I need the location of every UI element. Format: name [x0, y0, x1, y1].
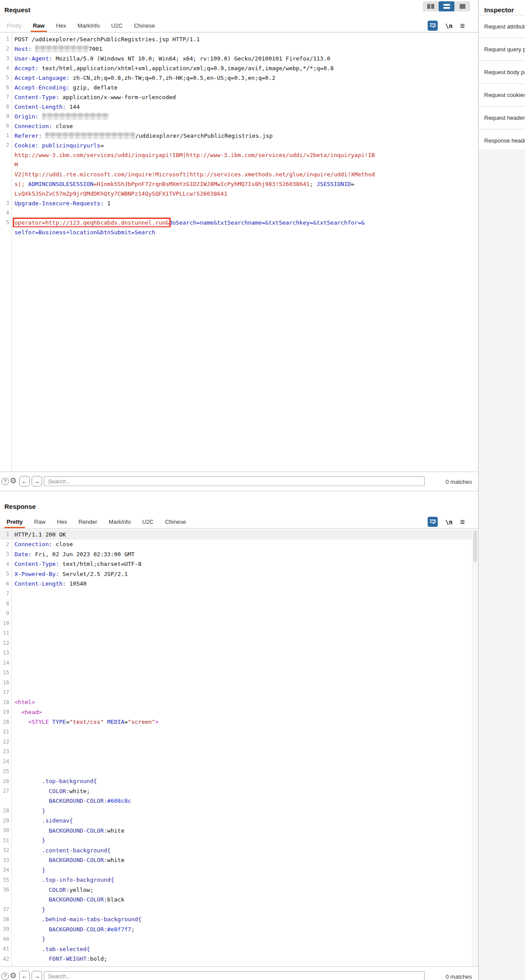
line-content: }: [12, 837, 45, 843]
match-count: 0 matches: [446, 472, 472, 492]
line-number: 24: [0, 759, 12, 764]
inspector-item[interactable]: Request cookies: [479, 84, 525, 107]
response-scrollbar[interactable]: [472, 529, 478, 966]
line-number: 37: [0, 907, 12, 912]
next-match-button[interactable]: →: [32, 971, 42, 980]
tab-markinfo[interactable]: MarkInfo: [72, 20, 106, 32]
redacted-text: [35, 45, 89, 52]
code-text: =: [351, 181, 354, 187]
inspector-item[interactable]: Request attributes: [479, 15, 525, 38]
code-line: 4Accept: text/html,application/xhtml+xml…: [0, 63, 478, 73]
code-text: 144: [66, 104, 79, 110]
code-text: }: [14, 837, 45, 844]
code-line: 5operator=http://123.qeqhbcabds.dnstunne…: [0, 218, 478, 227]
rows-layout-button[interactable]: [439, 1, 454, 11]
line-number: 41: [0, 946, 12, 951]
request-search-bar: ? ⚙ ← → 0 matches: [0, 472, 478, 491]
tab-render[interactable]: Render: [73, 516, 103, 528]
line-number: 8: [0, 104, 12, 109]
tab-hex[interactable]: Hex: [51, 516, 73, 528]
code-text: Accept:: [14, 65, 39, 72]
highlighted-payload: operator=http://123.qeqhbcabds.dnstunnel…: [14, 219, 169, 226]
tab-pretty[interactable]: Pretty: [1, 516, 29, 528]
newline-toggle-icon[interactable]: \n: [445, 519, 453, 526]
tab-hex[interactable]: Hex: [50, 20, 72, 32]
line-number: 21: [0, 729, 12, 734]
hamburger-menu-icon[interactable]: ≡: [460, 518, 465, 526]
code-text: Referer:: [14, 132, 42, 139]
code-text: V2|http://uddi.rte.microsoft.com/inquire…: [14, 171, 375, 178]
line-content: COLOR:yellow;: [12, 887, 93, 893]
line-number: 26: [0, 779, 12, 784]
code-text: doSearch=name&txtSearchname=&txtSearchke…: [169, 219, 364, 226]
line-content: BACKGROUND-COLOR:black: [12, 897, 124, 902]
line-number: 19: [0, 709, 12, 715]
code-line: 31 }: [0, 836, 472, 846]
line-content: Referer: /uddiexplorer/SearchPublicRegis…: [12, 132, 273, 139]
code-line: 30 BACKGROUND-COLOR:white: [0, 826, 472, 836]
code-line: 11: [0, 628, 472, 638]
single-layout-button[interactable]: [454, 1, 470, 11]
redacted-text: [42, 113, 109, 120]
line-content: V2|http://uddi.rte.microsoft.com/inquire…: [12, 172, 375, 177]
response-code-view[interactable]: 1HTTP/1.1 200 OK2Connection: close3Date:…: [0, 529, 472, 964]
code-line: 4: [0, 208, 478, 218]
code-text: #e8f7f7: [107, 926, 131, 933]
code-text: Mozilla/5.0 (Windows NT 10.0; Win64; x64…: [52, 55, 330, 62]
code-text: [14, 709, 21, 715]
tab-pretty[interactable]: Pretty: [1, 20, 27, 32]
code-text: X-Powered-By:: [14, 571, 59, 577]
tab-u2c[interactable]: U2C: [136, 516, 159, 528]
search-input[interactable]: [44, 476, 425, 486]
prev-match-button[interactable]: ←: [19, 971, 30, 980]
code-line: 36 COLOR:yellow;: [0, 885, 472, 895]
gear-icon[interactable]: ⚙: [10, 971, 17, 980]
request-tabbar: PrettyRawHexMarkInfoU2CChinese: [0, 20, 478, 32]
line-content: Upgrade-Insecure-Requests: 1: [12, 200, 111, 206]
scrollbar-thumb[interactable]: [473, 530, 477, 562]
code-text: }: [14, 867, 45, 873]
word-wrap-icon[interactable]: [428, 21, 438, 31]
line-content: .tab-selected{: [12, 946, 90, 952]
inspector-item[interactable]: Request query parameters: [479, 38, 525, 61]
word-wrap-icon[interactable]: [428, 517, 438, 527]
tab-chinese[interactable]: Chinese: [159, 516, 192, 528]
code-text: BACKGROUND-COLOR:: [14, 857, 107, 863]
newline-toggle-icon[interactable]: \n: [445, 22, 453, 29]
line-content: <head>: [12, 709, 42, 715]
prev-match-button[interactable]: ←: [19, 476, 30, 486]
line-number: 6: [0, 581, 12, 587]
code-text: zh-CN,zh;q=0.8,zh-TW;q=0.7,zh-HK;q=0.5,e…: [69, 75, 275, 81]
code-text: close: [52, 123, 73, 129]
inspector-item[interactable]: Request body parameters: [479, 61, 525, 84]
line-number: 2: [0, 542, 12, 547]
code-text: BACKGROUND-COLOR:: [14, 827, 107, 834]
tab-markinfo[interactable]: MarkInfo: [103, 516, 137, 528]
hamburger-menu-icon[interactable]: ≡: [460, 21, 465, 30]
tab-raw[interactable]: Raw: [29, 516, 51, 528]
code-line: 29 .sidenav{: [0, 816, 472, 826]
code-text: Content-Length:: [14, 104, 66, 110]
code-text: ADMINCONSOLESESSION: [28, 181, 93, 187]
inspector-item[interactable]: Request headers: [479, 107, 525, 129]
help-icon[interactable]: ?: [1, 478, 9, 485]
request-editor-icons: \n ≡: [428, 21, 465, 31]
request-code-view[interactable]: 1POST /uddiexplorer/SearchPublicRegistri…: [0, 34, 478, 237]
line-number: 1: [0, 532, 12, 537]
next-match-button[interactable]: →: [32, 476, 42, 486]
tab-raw[interactable]: Raw: [27, 20, 50, 32]
search-input[interactable]: [44, 971, 425, 980]
code-text: Host:: [14, 46, 32, 52]
code-line: LvQXk5JSnZvC57mZp9jrQMdDKhQty7CWBNPz14Qy…: [0, 189, 478, 198]
columns-layout-icon: [427, 4, 434, 9]
help-icon[interactable]: ?: [1, 973, 9, 980]
gear-icon[interactable]: ⚙: [10, 476, 17, 486]
tab-chinese[interactable]: Chinese: [128, 20, 161, 32]
code-text: LvQXk5JSnZvC57mZp9jrQMdDKhQty7CWBNPz14Qy…: [14, 190, 227, 197]
line-number: 5: [0, 75, 12, 80]
code-line: 12: [0, 638, 472, 648]
line-content: BACKGROUND-COLOR:#e8f7f7;: [12, 926, 135, 932]
columns-layout-button[interactable]: [423, 1, 439, 11]
tab-u2c[interactable]: U2C: [105, 20, 128, 32]
line-content: }: [12, 867, 45, 873]
